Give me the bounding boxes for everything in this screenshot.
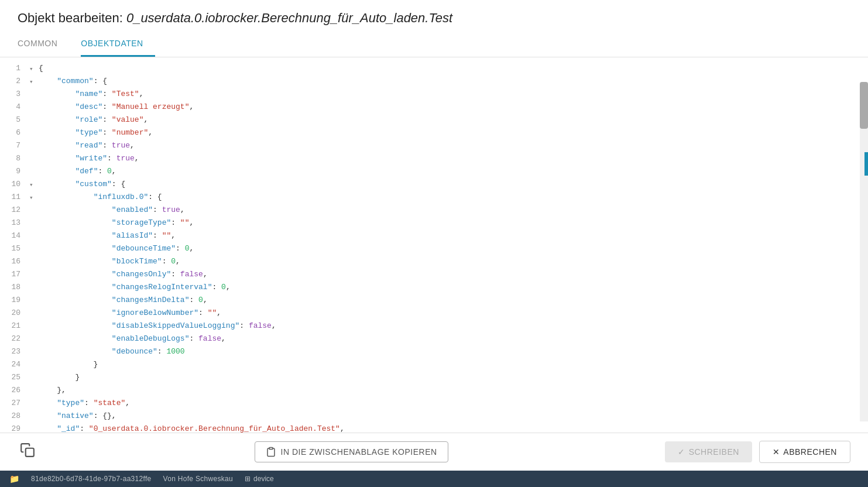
- line-content: "type": "state",: [39, 399, 868, 407]
- code-line: 27 "type": "state",: [0, 398, 868, 411]
- line-content: "role": "value",: [39, 115, 868, 124]
- schreiben-button: ✓ SCHREIBEN: [665, 441, 752, 462]
- line-content: "_id": "0_userdata.0.iobrocker.Berechnun…: [39, 424, 868, 433]
- code-line: 16 "blockTime": 0,: [0, 256, 868, 269]
- line-number: 21: [0, 321, 29, 330]
- line-toggle: [29, 244, 39, 245]
- line-toggle[interactable]: ▾: [29, 193, 39, 201]
- line-toggle: [29, 231, 39, 232]
- abbrechen-button[interactable]: ✕ ABBRECHEN: [759, 441, 850, 463]
- abbrechen-label: ABBRECHEN: [783, 447, 837, 457]
- code-editor[interactable]: 1▾{2▾ "common": {3 "name": "Test",4 "des…: [0, 57, 868, 433]
- line-number: 18: [0, 283, 29, 291]
- line-number: 23: [0, 347, 29, 356]
- line-number: 4: [0, 102, 29, 111]
- code-line: 19 "changesMinDelta": 0,: [0, 295, 868, 308]
- line-toggle: [29, 411, 39, 413]
- line-content: "name": "Test",: [39, 90, 868, 98]
- code-line: 20 "ignoreBelowNumber": "",: [0, 308, 868, 321]
- code-line: 1▾{: [0, 63, 868, 76]
- right-edge-indicator: [864, 152, 868, 176]
- line-number: 3: [0, 90, 29, 98]
- line-content: "debounce": 1000: [39, 347, 868, 356]
- line-toggle: [29, 334, 39, 335]
- code-line: 10▾ "custom": {: [0, 179, 868, 192]
- line-toggle: [29, 347, 39, 348]
- line-toggle: [29, 257, 39, 258]
- code-line: 28 "native": {},: [0, 411, 868, 424]
- line-content: "write": true,: [39, 154, 868, 163]
- line-content: {: [39, 64, 868, 73]
- svg-rect-0: [26, 448, 34, 457]
- page-title: Objekt bearbeiten: 0_userdata.0.iobrocke…: [18, 11, 850, 26]
- line-number: 16: [0, 257, 29, 266]
- line-number: 24: [0, 360, 29, 369]
- line-toggle: [29, 154, 39, 155]
- line-content: "type": "number",: [39, 128, 868, 137]
- tab-objektdaten[interactable]: OBJEKTDATEN: [81, 32, 155, 57]
- clipboard-label: IN DIE ZWISCHENABLAGE KOPIEREN: [281, 447, 437, 457]
- code-line: 25 }: [0, 372, 868, 385]
- line-content: }: [39, 373, 868, 382]
- clipboard-button[interactable]: IN DIE ZWISCHENABLAGE KOPIEREN: [255, 441, 448, 462]
- code-line: 13 "storageType": "",: [0, 218, 868, 231]
- line-toggle: [29, 205, 39, 207]
- line-content: "common": {: [39, 77, 868, 85]
- line-number: 25: [0, 373, 29, 382]
- line-content: "enabled": true,: [39, 205, 868, 214]
- line-toggle: [29, 128, 39, 129]
- code-line: 8 "write": true,: [0, 153, 868, 166]
- status-icon: 📁: [9, 474, 19, 483]
- line-toggle[interactable]: ▾: [29, 180, 39, 188]
- code-line: 17 "changesOnly": false,: [0, 269, 868, 282]
- line-content: "aliasId": "",: [39, 231, 868, 240]
- tab-common[interactable]: COMMON: [18, 32, 69, 57]
- line-toggle: [29, 424, 39, 426]
- line-content: "def": 0,: [39, 167, 868, 176]
- copy-file-icon-button[interactable]: [18, 440, 37, 464]
- content-area: 1▾{2▾ "common": {3 "name": "Test",4 "des…: [0, 57, 868, 433]
- line-number: 29: [0, 424, 29, 433]
- line-content: "changesMinDelta": 0,: [39, 296, 868, 304]
- line-number: 12: [0, 205, 29, 214]
- line-toggle: [29, 321, 39, 323]
- svg-rect-1: [269, 448, 273, 450]
- status-location: Von Hofe Schweskau: [163, 475, 233, 483]
- line-number: 28: [0, 411, 29, 420]
- line-toggle: [29, 270, 39, 271]
- code-line: 23 "debounce": 1000: [0, 347, 868, 359]
- line-content: "native": {},: [39, 411, 868, 420]
- scrollbar-thumb[interactable]: [860, 82, 868, 129]
- line-content: "changesRelogInterval": 0,: [39, 283, 868, 291]
- line-number: 8: [0, 154, 29, 163]
- code-line: 26 },: [0, 385, 868, 398]
- line-number: 6: [0, 128, 29, 137]
- code-line: 15 "debounceTime": 0,: [0, 244, 868, 256]
- dialog-header: Objekt bearbeiten: 0_userdata.0.iobrocke…: [0, 0, 868, 32]
- line-toggle[interactable]: ▾: [29, 64, 39, 73]
- line-number: 9: [0, 167, 29, 176]
- code-line: 9 "def": 0,: [0, 166, 868, 179]
- line-number: 14: [0, 231, 29, 240]
- line-toggle: [29, 399, 39, 400]
- device-icon: ⊞: [245, 475, 251, 483]
- line-toggle: [29, 283, 39, 284]
- line-content: "enableDebugLogs": false,: [39, 334, 868, 343]
- code-line: 14 "aliasId": "",: [0, 231, 868, 244]
- code-line: 21 "disableSkippedValueLogging": false,: [0, 321, 868, 334]
- line-number: 19: [0, 296, 29, 304]
- code-line: 5 "role": "value",: [0, 115, 868, 128]
- code-line: 3 "name": "Test",: [0, 89, 868, 102]
- title-prefix: Objekt bearbeiten:: [18, 11, 126, 25]
- line-content: "storageType": "",: [39, 218, 868, 227]
- line-content: }: [39, 360, 868, 369]
- code-line: 4 "desc": "Manuell erzeugt",: [0, 102, 868, 115]
- line-number: 10: [0, 180, 29, 188]
- dialog-container: Objekt bearbeiten: 0_userdata.0.iobrocke…: [0, 0, 868, 487]
- line-toggle[interactable]: ▾: [29, 77, 39, 85]
- line-toggle: [29, 90, 39, 91]
- line-toggle: [29, 308, 39, 310]
- code-line: 29 "_id": "0_userdata.0.iobrocker.Berech…: [0, 424, 868, 433]
- line-toggle: [29, 218, 39, 220]
- scrollbar-track[interactable]: [860, 82, 868, 421]
